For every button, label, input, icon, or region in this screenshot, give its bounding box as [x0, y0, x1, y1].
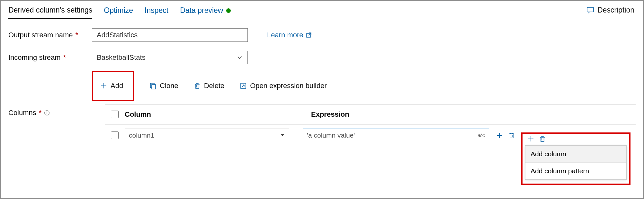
select-all-checkbox[interactable] — [111, 111, 119, 118]
column-name-value: column1 — [129, 131, 154, 139]
tab-optimize[interactable]: Optimize — [104, 6, 133, 18]
svg-rect-3 — [152, 85, 156, 89]
description-label: Description — [597, 6, 634, 14]
dropdown-action-icons — [525, 134, 627, 145]
caret-down-icon — [280, 133, 285, 138]
output-stream-input[interactable] — [92, 28, 248, 42]
required-asterisk: * — [76, 31, 78, 39]
type-hint: abc — [478, 133, 485, 138]
open-icon — [240, 82, 247, 89]
highlight-add-menu: Add column Add column pattern — [521, 132, 631, 185]
trash-icon[interactable] — [539, 135, 546, 143]
incoming-stream-value: BasketballStats — [97, 53, 146, 62]
expression-value: 'a column value' — [307, 131, 355, 139]
column-name-input[interactable]: column1 — [125, 129, 289, 142]
row-output-stream: Output stream name * Learn more — [8, 28, 636, 42]
row-incoming-stream: Incoming stream * BasketballStats — [8, 51, 636, 64]
clone-button[interactable]: Clone — [149, 78, 178, 93]
incoming-stream-select[interactable]: BasketballStats — [92, 51, 248, 64]
add-dropdown-menu: Add column Add column pattern — [525, 145, 627, 180]
row-checkbox[interactable] — [111, 131, 119, 139]
tabs-row: Derived column's settings Optimize Inspe… — [8, 5, 636, 19]
label-incoming-stream-text: Incoming stream — [8, 53, 61, 62]
settings-panel: Derived column's settings Optimize Inspe… — [0, 0, 644, 199]
learn-more-link[interactable]: Learn more — [267, 31, 312, 39]
trash-icon — [194, 82, 201, 89]
add-button[interactable]: Add — [100, 78, 123, 93]
delete-label: Delete — [204, 82, 225, 90]
tab-settings[interactable]: Derived column's settings — [8, 6, 92, 19]
copy-icon — [149, 82, 157, 89]
label-columns-text: Columns — [8, 109, 36, 117]
header-expression: Expression — [311, 110, 349, 119]
add-label: Add — [111, 82, 123, 90]
row-add-icon[interactable] — [496, 131, 503, 139]
label-output-stream-text: Output stream name — [8, 31, 73, 39]
clone-label: Clone — [160, 82, 178, 90]
status-dot-icon — [226, 8, 231, 13]
menu-add-column[interactable]: Add column — [525, 146, 626, 162]
grid-header: Column Expression — [105, 104, 636, 124]
menu-add-column-pattern[interactable]: Add column pattern — [525, 162, 626, 179]
info-icon[interactable] — [44, 110, 50, 116]
svg-rect-7 — [47, 113, 48, 114]
chevron-down-icon — [237, 54, 243, 61]
builder-label: Open expression builder — [250, 82, 326, 90]
plus-icon — [100, 82, 107, 89]
tab-data-preview-label: Data preview — [180, 6, 223, 15]
comment-icon — [586, 6, 594, 14]
label-output-stream: Output stream name * — [8, 31, 92, 39]
label-incoming-stream: Incoming stream * — [8, 53, 92, 62]
svg-rect-0 — [587, 7, 594, 12]
open-expression-builder-button[interactable]: Open expression builder — [240, 78, 326, 93]
highlight-add: Add — [92, 71, 134, 101]
columns-toolbar: Add Clone Delete Open expression builder — [92, 71, 636, 101]
header-column: Column — [125, 110, 311, 119]
plus-icon[interactable] — [527, 135, 535, 143]
tab-inspect[interactable]: Inspect — [145, 6, 168, 18]
external-link-icon — [306, 32, 312, 38]
description-button[interactable]: Description — [586, 6, 634, 14]
tab-data-preview[interactable]: Data preview — [180, 6, 231, 18]
required-asterisk: * — [63, 53, 66, 62]
expression-input[interactable]: 'a column value' abc — [303, 129, 489, 142]
delete-button[interactable]: Delete — [194, 78, 225, 93]
row-actions — [496, 131, 515, 139]
svg-point-6 — [47, 112, 47, 112]
learn-more-text: Learn more — [267, 31, 303, 39]
required-asterisk: * — [39, 109, 42, 117]
row-delete-icon[interactable] — [508, 131, 515, 139]
label-columns: Columns * — [8, 109, 92, 117]
